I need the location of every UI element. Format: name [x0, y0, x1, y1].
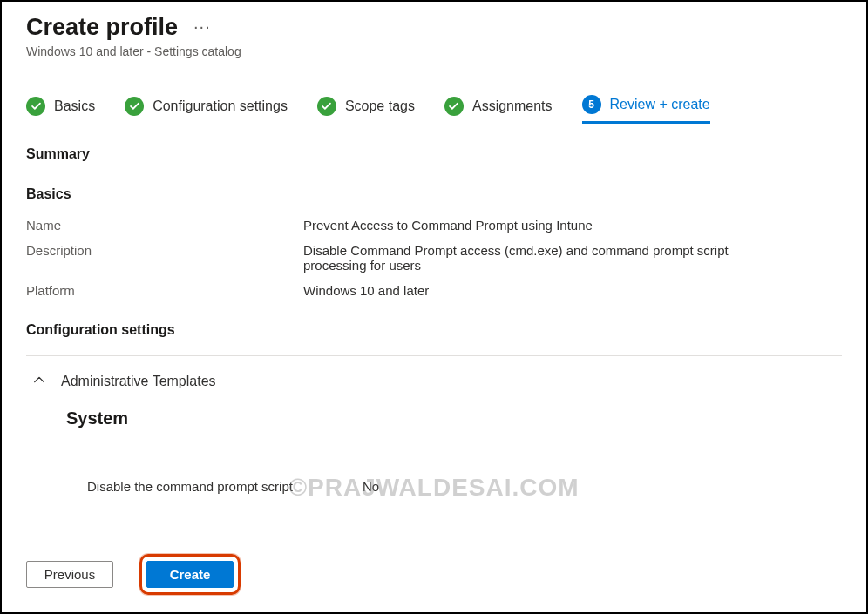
- name-value: Prevent Access to Command Prompt using I…: [303, 218, 593, 233]
- step-scope-tags[interactable]: Scope tags: [317, 97, 415, 123]
- wizard-steps: Basics Configuration settings Scope tags…: [26, 95, 842, 124]
- admin-templates-expander[interactable]: Administrative Templates: [26, 374, 842, 389]
- step-label: Review + create: [610, 97, 710, 112]
- step-configuration-settings[interactable]: Configuration settings: [125, 97, 288, 123]
- divider: [26, 355, 842, 356]
- setting-name: Disable the command prompt script: [87, 479, 363, 494]
- summary-heading: Summary: [26, 146, 842, 162]
- footer-actions: Previous Create: [26, 554, 241, 595]
- admin-templates-label: Administrative Templates: [61, 374, 216, 389]
- basics-kv-grid: Name Prevent Access to Command Prompt us…: [26, 218, 842, 298]
- step-label: Configuration settings: [153, 98, 288, 114]
- platform-label: Platform: [26, 283, 303, 298]
- chevron-up-icon: [33, 374, 45, 389]
- config-settings-heading: Configuration settings: [26, 322, 842, 338]
- name-label: Name: [26, 218, 303, 233]
- description-value: Disable Command Prompt access (cmd.exe) …: [303, 243, 791, 273]
- platform-value: Windows 10 and later: [303, 283, 429, 298]
- step-number-icon: 5: [582, 95, 601, 114]
- page-title: Create profile: [26, 14, 178, 41]
- check-icon: [317, 97, 336, 116]
- basics-heading: Basics: [26, 186, 842, 202]
- system-group-label: System: [26, 408, 842, 428]
- step-label: Scope tags: [345, 98, 415, 114]
- step-review-create[interactable]: 5 Review + create: [582, 95, 710, 124]
- step-label: Basics: [54, 98, 95, 114]
- setting-value: No: [363, 479, 379, 494]
- highlight-ring: Create: [139, 554, 241, 595]
- page-subtitle: Windows 10 and later - Settings catalog: [26, 44, 842, 58]
- create-button[interactable]: Create: [146, 561, 234, 588]
- setting-row: Disable the command prompt script No: [26, 479, 842, 494]
- step-assignments[interactable]: Assignments: [444, 97, 553, 123]
- previous-button[interactable]: Previous: [26, 561, 113, 588]
- step-basics[interactable]: Basics: [26, 97, 95, 123]
- description-label: Description: [26, 243, 303, 258]
- check-icon: [444, 97, 464, 116]
- more-icon[interactable]: ···: [193, 17, 211, 38]
- step-label: Assignments: [472, 98, 553, 114]
- check-icon: [125, 97, 144, 116]
- check-icon: [26, 97, 45, 116]
